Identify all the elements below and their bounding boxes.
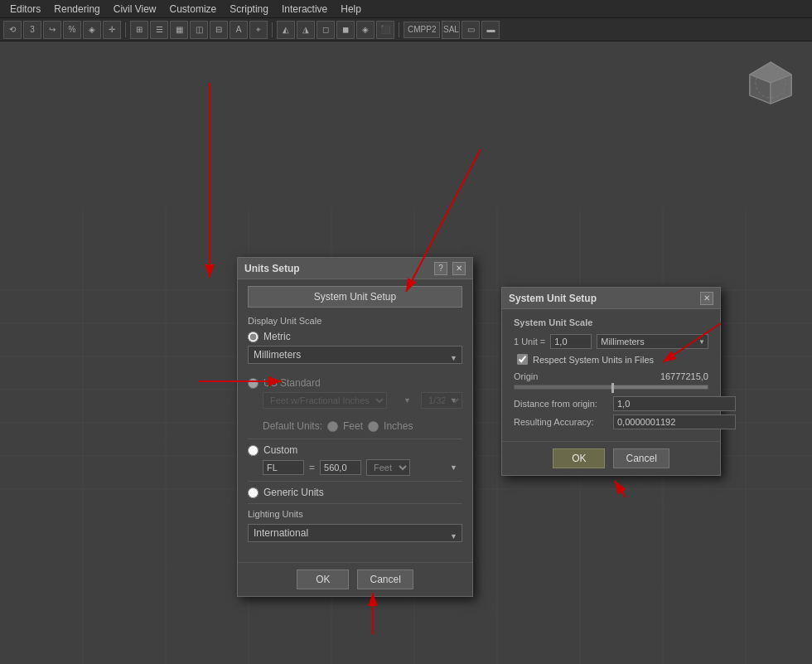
menu-help[interactable]: Help xyxy=(334,2,368,17)
toolbar-btn-15[interactable]: ◮ xyxy=(297,21,315,39)
lighting-units-label: Lighting Units xyxy=(248,509,462,519)
menu-scripting[interactable]: Scripting xyxy=(223,2,275,17)
unit-value-input[interactable] xyxy=(550,334,592,349)
units-dialog-title: Units Setup xyxy=(244,263,300,274)
feet-label[interactable]: Feet xyxy=(343,420,363,432)
menu-interactive[interactable]: Interactive xyxy=(275,2,334,17)
units-cancel-button[interactable]: Cancel xyxy=(357,569,413,589)
system-ok-button[interactable]: OK xyxy=(553,448,605,468)
accuracy-input[interactable] xyxy=(613,414,736,429)
custom-unit-dropdown[interactable]: Feet xyxy=(366,459,410,476)
system-dialog-close[interactable]: ✕ xyxy=(700,292,713,305)
system-dialog-body: System Unit Scale 1 Unit = Millimeters R… xyxy=(502,309,720,441)
toolbar-btn-6[interactable]: ✛ xyxy=(103,21,121,39)
respect-checkbox[interactable] xyxy=(517,354,528,365)
equals-sign: = xyxy=(309,462,315,473)
origin-slider-handle xyxy=(611,383,614,393)
metric-label[interactable]: Metric xyxy=(263,331,291,342)
units-dialog-body: System Unit Setup Display Unit Scale Met… xyxy=(238,279,472,562)
toolbar-btn-4[interactable]: % xyxy=(63,21,81,39)
toolbar-btn-21[interactable]: ▬ xyxy=(481,21,500,39)
system-unit-dialog: System Unit Setup ✕ System Unit Scale 1 … xyxy=(501,287,721,476)
menu-civil-view[interactable]: Civil View xyxy=(107,2,163,17)
respect-checkbox-row: Respect System Units in Files xyxy=(514,354,708,365)
millimeters-dropdown-wrapper: Millimeters xyxy=(248,346,462,371)
frac-dropdown[interactable]: 1/32 xyxy=(421,392,462,409)
toolbar-btn-5[interactable]: ◈ xyxy=(83,21,101,39)
toolbar-btn-19[interactable]: ⬛ xyxy=(376,21,394,39)
cmpp2-badge: CMPP2 xyxy=(404,22,440,38)
menu-editors[interactable]: Editors xyxy=(3,2,47,17)
toolbar-sep-2 xyxy=(272,22,273,37)
toolbar-btn-10[interactable]: ◫ xyxy=(190,21,208,39)
accuracy-label: Resulting Accuracy: xyxy=(514,417,613,427)
toolbar-btn-3[interactable]: ↪ xyxy=(43,21,61,39)
toolbar-btn-14[interactable]: ◭ xyxy=(277,21,295,39)
toolbar-btn-20[interactable]: ▭ xyxy=(462,21,480,39)
generic-units-label[interactable]: Generic Units xyxy=(263,487,324,498)
unit-type-dropdown[interactable]: Millimeters xyxy=(597,334,708,349)
distance-label: Distance from origin: xyxy=(514,399,613,409)
metric-radio[interactable] xyxy=(248,332,259,342)
menu-rendering[interactable]: Rendering xyxy=(47,2,106,17)
toolbar-btn-7[interactable]: ⊞ xyxy=(130,21,148,39)
units-dialog-help[interactable]: ? xyxy=(434,262,447,275)
us-standard-label[interactable]: US Standard xyxy=(263,377,321,389)
unit-scale-row: 1 Unit = Millimeters xyxy=(514,334,708,349)
system-unit-setup-button[interactable]: System Unit Setup xyxy=(248,286,462,308)
lighting-units-wrapper: International xyxy=(248,524,462,549)
units-dialog-footer: OK Cancel xyxy=(238,562,472,596)
units-dialog-controls: ? ✕ xyxy=(434,262,466,275)
default-units-row: Default Units: Feet Inches xyxy=(248,420,462,432)
custom-value-row: = Feet xyxy=(248,459,462,476)
distance-row: Distance from origin: xyxy=(514,396,708,411)
respect-label[interactable]: Respect System Units in Files xyxy=(533,355,654,365)
frac-dropdown-wrapper: 1/32 xyxy=(421,392,462,409)
lighting-units-dropdown[interactable]: International xyxy=(248,524,462,542)
us-standard-radio[interactable] xyxy=(248,378,259,389)
system-cancel-button[interactable]: Cancel xyxy=(613,448,669,468)
custom-input-right[interactable] xyxy=(320,460,361,475)
toolbar-sep-1 xyxy=(125,22,126,37)
toolbar-btn-1[interactable]: ⟲ xyxy=(3,21,22,39)
feet-dropdown-wrapper: Feet w/Fractional Inches xyxy=(263,392,416,409)
menu-customize[interactable]: Customize xyxy=(163,2,224,17)
inches-radio[interactable] xyxy=(368,421,379,432)
custom-label[interactable]: Custom xyxy=(263,444,297,456)
unit-type-wrapper: Millimeters xyxy=(597,334,708,349)
toolbar-btn-18[interactable]: ◈ xyxy=(356,21,375,39)
distance-input[interactable] xyxy=(613,396,736,411)
toolbar-btn-11[interactable]: ⊟ xyxy=(210,21,228,39)
divider-3 xyxy=(248,503,462,504)
toolbar-btn-2[interactable]: 3 xyxy=(23,21,41,39)
toolbar-btn-9[interactable]: ▦ xyxy=(170,21,188,39)
inches-label[interactable]: Inches xyxy=(384,420,413,432)
toolbar-btn-16[interactable]: ◻ xyxy=(317,21,335,39)
feet-fractional-dropdown[interactable]: Feet w/Fractional Inches xyxy=(263,392,387,409)
toolbar-btn-17[interactable]: ◼ xyxy=(336,21,355,39)
feet-radio[interactable] xyxy=(327,421,338,432)
custom-input-left[interactable] xyxy=(263,460,304,475)
custom-radio-row: Custom xyxy=(248,444,462,456)
system-dialog-footer: OK Cancel xyxy=(502,441,720,475)
divider-2 xyxy=(248,481,462,482)
units-dialog-close[interactable]: ✕ xyxy=(452,262,466,275)
origin-slider[interactable] xyxy=(514,385,708,390)
system-dialog-title: System Unit Setup xyxy=(509,293,597,304)
units-dialog: Units Setup ? ✕ System Unit Setup Displa… xyxy=(237,257,473,597)
menu-bar: Editors Rendering Civil View Customize S… xyxy=(0,0,812,18)
units-ok-button[interactable]: OK xyxy=(297,569,349,589)
toolbar-btn-8[interactable]: ☰ xyxy=(150,21,168,39)
millimeters-dropdown[interactable]: Millimeters xyxy=(248,346,462,364)
metric-radio-row: Metric xyxy=(248,331,462,342)
toolbar-btn-12[interactable]: A xyxy=(230,21,248,39)
system-unit-scale-label: System Unit Scale xyxy=(514,317,708,327)
units-dialog-titlebar: Units Setup ? ✕ xyxy=(238,258,472,279)
origin-value: 16777215,0 xyxy=(660,371,708,381)
custom-radio[interactable] xyxy=(248,445,259,456)
us-standard-radio-row: US Standard xyxy=(248,377,462,389)
toolbar-btn-13[interactable]: ⌖ xyxy=(249,21,268,39)
generic-radio[interactable] xyxy=(248,487,259,498)
display-unit-scale-label: Display Unit Scale xyxy=(248,316,462,326)
toolbar-btn-sal[interactable]: SAL xyxy=(442,21,460,39)
